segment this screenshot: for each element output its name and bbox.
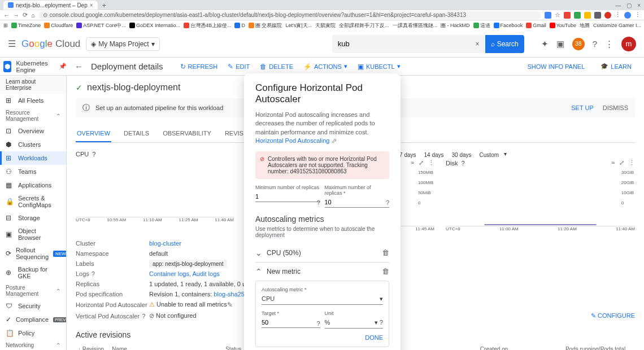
nav-storage[interactable]: ⊟Storage <box>0 211 66 225</box>
chart-expand-icon[interactable]: ⤢ <box>419 159 424 167</box>
search-button[interactable]: ⌕ Search <box>485 35 524 53</box>
setup-button[interactable]: SET UP <box>571 104 594 111</box>
filter-30d[interactable]: 30 days <box>449 151 475 159</box>
chart-more-icon[interactable]: ⋮ <box>629 159 635 167</box>
bookmark-item[interactable]: 天鵝實院 <box>315 22 336 29</box>
help-icon[interactable]: ? <box>92 270 95 277</box>
pin-icon[interactable]: 📌 <box>59 63 67 70</box>
chart-more-icon[interactable]: ⋮ <box>428 159 434 167</box>
bookmark-item[interactable]: Cloudfare <box>44 23 73 28</box>
ext-icon[interactable] <box>594 12 601 19</box>
nav-applications[interactable]: ▦Applications <box>0 178 66 192</box>
delete-button[interactable]: 🗑DELETE <box>255 60 298 73</box>
nav-policy[interactable]: 📋Policy <box>0 326 66 340</box>
cpu-metric-row[interactable]: ⌄CPU (50%) 🗑 <box>255 244 389 262</box>
help-icon[interactable]: ? <box>316 199 320 206</box>
ext-icon[interactable] <box>545 12 551 19</box>
min-replicas-input[interactable] <box>255 191 320 202</box>
gcp-logo[interactable]: Google Cloud <box>21 38 80 50</box>
help-icon[interactable]: ? <box>92 151 95 158</box>
chevron-up-icon[interactable]: ⌃ <box>255 267 262 276</box>
tab-overview[interactable]: OVERVIEW <box>76 125 111 142</box>
nav-security[interactable]: 🛡Security <box>0 299 66 313</box>
help-icon[interactable]: ? <box>461 160 464 167</box>
nav-teams[interactable]: ⚇Teams <box>0 165 66 178</box>
bookmark-item[interactable]: Let's實|天... <box>286 22 312 29</box>
bookmark-item[interactable]: 這邊 <box>473 22 490 29</box>
delete-metric-icon[interactable]: 🗑 <box>382 248 389 257</box>
browser-tab[interactable]: nextjs-blo...eployment – Dep × <box>3 1 98 10</box>
help-icon[interactable]: ? <box>386 199 389 206</box>
url-bar[interactable]: ⊙ console.cloud.google.com/kubernetes/de… <box>38 11 541 19</box>
nav-fleets[interactable]: ⊞All Fleets <box>0 94 66 107</box>
extensions-icon[interactable]: ⋮ <box>615 11 621 19</box>
bookmark-item[interactable]: TimeZone <box>11 23 41 28</box>
back-icon[interactable]: ← <box>3 12 10 19</box>
home-icon[interactable]: ⌂ <box>31 12 35 19</box>
clear-icon[interactable]: × <box>476 40 480 48</box>
bookmark-item[interactable]: 團 交易媒院 <box>249 22 282 29</box>
filter-custom[interactable]: Custom <box>477 151 502 159</box>
tab-details[interactable]: DETAILS <box>123 125 150 142</box>
forward-icon[interactable]: → <box>13 12 19 19</box>
kubectl-button[interactable]: ▣KUBECTL ▾ <box>353 60 405 73</box>
nav-backup[interactable]: ⊕Backup for GKE <box>0 263 66 282</box>
nav-rollout[interactable]: ⟳Rollout SequencingNEW <box>0 244 66 263</box>
hamburger-icon[interactable]: ☰ <box>8 38 16 49</box>
max-replicas-input[interactable] <box>325 197 390 208</box>
help-icon[interactable]: ? <box>142 313 145 320</box>
hpa-docs-link[interactable]: Horizontal Pod Autoscaling <box>255 137 329 144</box>
bookmark-item[interactable]: 一課真看懂區塊鏈... <box>393 22 438 29</box>
ext-icon[interactable] <box>564 12 571 19</box>
tab-close-icon[interactable]: × <box>90 2 93 8</box>
target-input[interactable] <box>262 317 320 328</box>
nav-clusters[interactable]: ⬢Clusters <box>0 138 66 151</box>
menu-icon[interactable]: ⋮ <box>634 11 641 19</box>
help-icon[interactable]: ? <box>316 320 320 327</box>
tab-observability[interactable]: OBSERVABILITY <box>162 125 212 142</box>
new-tab-button[interactable]: + <box>100 1 109 10</box>
reload-icon[interactable]: ⟳ <box>23 11 28 19</box>
ext-icon[interactable] <box>604 12 611 19</box>
bookmark-item[interactable]: 全部課程舞手刀下反... <box>339 22 389 29</box>
nav-section-posture[interactable]: Posture Management⌃ <box>0 282 66 299</box>
nav-compliance[interactable]: ✓CompliancePREVIEW <box>0 313 66 326</box>
cloud-shell-icon[interactable]: ▣ <box>556 39 564 49</box>
done-button[interactable]: DONE <box>262 331 383 341</box>
refresh-button[interactable]: ↻REFRESH <box>176 60 223 73</box>
delete-metric-icon[interactable]: 🗑 <box>382 267 389 275</box>
edit-hpa-icon[interactable]: ✎ <box>227 301 233 309</box>
dismiss-button[interactable]: DISMISS <box>603 104 628 111</box>
share-icon[interactable]: ☆ <box>555 11 560 19</box>
gemini-icon[interactable]: ✦ <box>541 39 549 49</box>
learn-button[interactable]: 🎓LEARN <box>596 60 636 72</box>
nav-object-browser[interactable]: ▣Object Browser <box>0 225 66 244</box>
unit-select[interactable]: %▾ ? <box>325 317 384 329</box>
nav-enterprise[interactable]: Learn about Enterprise <box>0 76 66 94</box>
actions-button[interactable]: ⚡ACTIONS ▾ <box>299 60 352 73</box>
logs-link[interactable]: Container logs, Audit logs <box>149 270 220 277</box>
apps-icon[interactable]: ⊞ <box>3 23 8 28</box>
nav-section-networking[interactable]: Networking⌃ <box>0 340 66 350</box>
chart-expand-icon[interactable]: ⤢ <box>619 159 624 167</box>
chart-settings-icon[interactable]: ≈ <box>411 159 414 167</box>
bookmark-item[interactable]: Customize Gamer I... <box>593 23 641 28</box>
trial-badge[interactable]: 38 <box>572 38 585 50</box>
nav-overview[interactable]: ⊡Overview <box>0 124 66 138</box>
maximize-icon[interactable]: ▢ <box>626 2 632 8</box>
profile-icon[interactable] <box>624 12 631 19</box>
cluster-link[interactable]: blog-cluster <box>149 240 181 247</box>
ext-icon[interactable] <box>574 12 581 19</box>
help-icon[interactable]: ? <box>593 39 597 49</box>
back-button[interactable]: ← <box>75 62 83 71</box>
close-icon[interactable]: × <box>637 2 641 8</box>
bookmark-item[interactable]: 地圖 <box>580 22 590 29</box>
bookmark-item[interactable]: D <box>234 23 245 28</box>
bookmark-item[interactable]: Gmail <box>526 23 546 28</box>
bookmark-item[interactable]: ASP.NET Core中... <box>76 22 126 29</box>
nav-secrets[interactable]: 🔒Secrets & ConfigMaps <box>0 192 66 211</box>
more-icon[interactable]: ⋮ <box>605 39 613 49</box>
chevron-down-icon[interactable]: ▾ <box>504 151 507 159</box>
minimize-icon[interactable]: — <box>615 2 621 8</box>
chart-settings-icon[interactable]: ≈ <box>611 159 615 167</box>
